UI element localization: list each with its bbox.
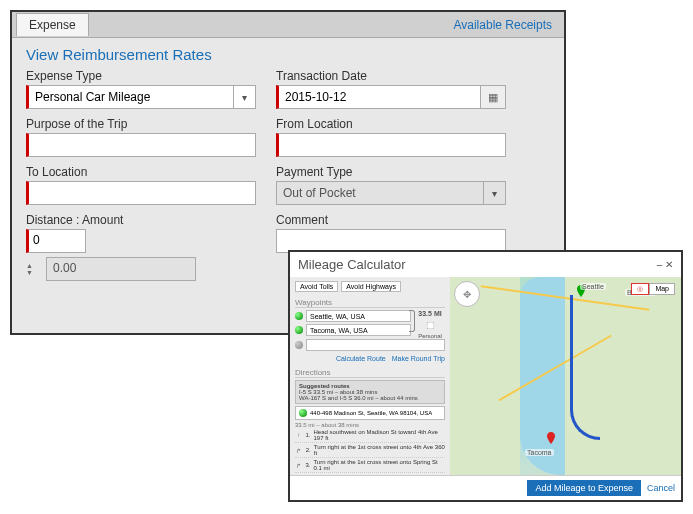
to-location-input[interactable] — [29, 182, 255, 204]
cancel-button[interactable]: Cancel — [647, 483, 675, 493]
label-comment: Comment — [276, 213, 506, 227]
arrow-icon: ↑ — [295, 432, 302, 438]
label-from-location: From Location — [276, 117, 506, 131]
tab-expense[interactable]: Expense — [16, 13, 89, 36]
to-location-field[interactable] — [26, 181, 256, 205]
label-expense-type: Expense Type — [26, 69, 256, 83]
personal-checkbox[interactable] — [426, 322, 434, 330]
map-marker-toggle-icon[interactable]: ◎ — [631, 283, 649, 295]
waypoint-marker-icon — [295, 312, 303, 320]
chevron-down-icon[interactable]: ▾ — [483, 182, 505, 204]
step-3: Turn right at the 1st cross street onto … — [313, 459, 445, 471]
transaction-date-input[interactable] — [279, 86, 480, 108]
avoid-tolls-toggle[interactable]: Avoid Tolls — [295, 281, 338, 292]
calendar-icon[interactable]: ▦ — [480, 86, 505, 108]
map-type-toggle[interactable]: ◎ Map — [631, 283, 675, 295]
transaction-date-field[interactable]: ▦ — [276, 85, 506, 109]
arrow-icon: ↱ — [295, 447, 303, 454]
directions-steps: 33.5 mi – about 38 mins ↑1.Head southwes… — [295, 422, 445, 473]
map-marker-b-icon — [545, 432, 557, 444]
add-mileage-button[interactable]: Add Mileage to Expense — [527, 480, 641, 496]
label-distance-amount: Distance : Amount — [26, 213, 256, 227]
mileage-title-bar: Mileage Calculator – ✕ — [290, 252, 681, 277]
from-location-field[interactable] — [276, 133, 506, 157]
start-address-box: 440-498 Madison St, Seattle, WA 98104, U… — [295, 406, 445, 420]
available-receipts-link[interactable]: Available Receipts — [453, 18, 552, 32]
payment-type-input — [277, 182, 483, 204]
payment-type-field[interactable]: ▾ — [276, 181, 506, 205]
close-icon[interactable]: – ✕ — [657, 259, 673, 270]
calculate-route-link[interactable]: Calculate Route — [336, 355, 386, 362]
directions-label: Directions — [295, 368, 445, 378]
arrow-icon: ↱ — [295, 462, 302, 469]
expense-type-input[interactable] — [29, 86, 233, 108]
map-type-button[interactable]: Map — [649, 283, 675, 295]
mileage-title: Mileage Calculator — [298, 257, 406, 272]
waypoint-add-icon[interactable] — [295, 341, 303, 349]
mileage-footer: Add Mileage to Expense Cancel — [290, 475, 681, 500]
avoid-highways-toggle[interactable]: Avoid Highways — [341, 281, 401, 292]
purpose-input[interactable] — [29, 134, 255, 156]
distance-input[interactable] — [29, 231, 85, 249]
comment-input[interactable] — [277, 230, 505, 252]
from-location-input[interactable] — [279, 134, 505, 156]
route-line — [570, 295, 600, 440]
distance-stepper[interactable]: ▲▼ — [26, 262, 38, 276]
label-purpose: Purpose of the Trip — [26, 117, 256, 131]
step-1: Head southwest on Madison St toward 4th … — [313, 429, 445, 441]
mileage-left-panel: Avoid Tolls Avoid Highways Waypoints — [290, 277, 450, 475]
waypoint-2-input[interactable] — [306, 324, 411, 336]
label-to-location: To Location — [26, 165, 256, 179]
segment-distance: 33.5 MI — [415, 310, 445, 317]
map-label-tacoma: Tacoma — [525, 449, 554, 456]
purpose-field[interactable] — [26, 133, 256, 157]
suggested-routes-box: Suggested routes I-5 S 33.5 mi – about 3… — [295, 380, 445, 404]
start-address: 440-498 Madison St, Seattle, WA 98104, U… — [310, 410, 432, 416]
chevron-down-icon[interactable]: ▾ — [233, 86, 255, 108]
waypoint-marker-icon — [299, 409, 307, 417]
label-transaction-date: Transaction Date — [276, 69, 506, 83]
label-payment-type: Payment Type — [276, 165, 506, 179]
amount-input — [47, 259, 195, 277]
map-label-seattle: Seattle — [580, 283, 606, 290]
waypoint-1-input[interactable] — [306, 310, 411, 322]
view-rates-link[interactable]: View Reimbursement Rates — [26, 46, 550, 63]
map-pan-control[interactable]: ✥ — [454, 281, 480, 307]
make-round-trip-link[interactable]: Make Round Trip — [392, 355, 445, 362]
suggested-route-2[interactable]: WA-167 S and I-5 S 36.0 mi – about 44 mi… — [299, 395, 441, 401]
waypoint-marker-icon — [295, 326, 303, 334]
waypoint-3-input[interactable] — [306, 339, 445, 351]
step-2: Turn right at the 1st cross street onto … — [314, 444, 445, 456]
distance-field[interactable] — [26, 229, 86, 253]
waypoints-label: Waypoints — [295, 298, 445, 308]
expense-type-field[interactable]: ▾ — [26, 85, 256, 109]
map-panel[interactable]: Seattle Bellevue Tacoma ✥ ◎ Map — [450, 277, 681, 475]
tab-bar: Expense Available Receipts — [12, 12, 564, 38]
amount-field — [46, 257, 196, 281]
mileage-calculator-window: Mileage Calculator – ✕ Avoid Tolls Avoid… — [288, 250, 683, 502]
